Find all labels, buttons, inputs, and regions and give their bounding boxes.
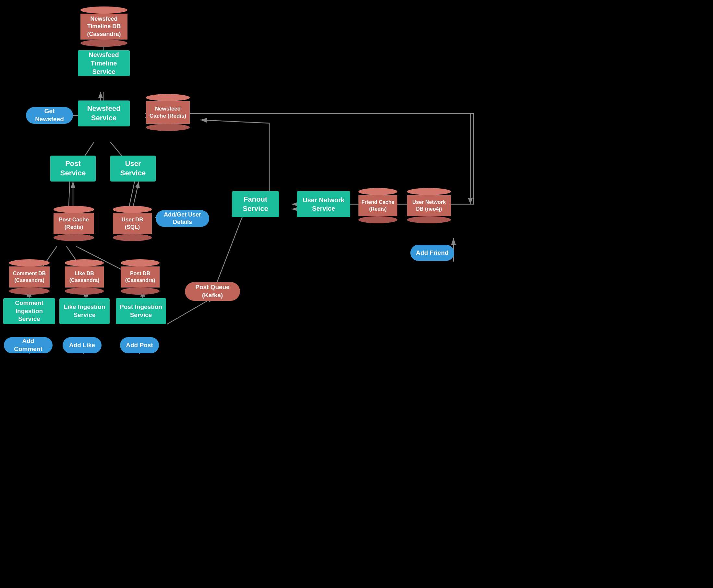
post-queue: Post Queue (Kafka) bbox=[185, 282, 240, 301]
newsfeed-service: Newsfeed Service bbox=[78, 101, 130, 126]
add-get-user-details-button[interactable]: Add/Get User Details bbox=[156, 210, 209, 227]
user-network-db: User Network DB (neo4j) bbox=[407, 188, 451, 223]
user-service: User Service bbox=[110, 155, 156, 182]
comment-ingestion-service: Comment Ingestion Service bbox=[3, 298, 55, 324]
user-network-service: User Network Service bbox=[297, 191, 350, 217]
friend-cache-db: Friend Cache (Redis) bbox=[359, 188, 398, 223]
newsfeed-timeline-db: Newsfeed Timeline DB (Cassandra) bbox=[80, 6, 127, 47]
diagram-container: Newsfeed Timeline DB (Cassandra) Newsfee… bbox=[0, 0, 713, 588]
get-newsfeed-button[interactable]: Get Newsfeed bbox=[26, 107, 73, 124]
post-db: Post DB (Cassandra) bbox=[121, 259, 160, 295]
like-ingestion-service: Like Ingestion Service bbox=[59, 298, 110, 324]
add-post-button[interactable]: Add Post bbox=[120, 337, 159, 353]
post-cache-db: Post Cache (Redis) bbox=[54, 206, 94, 241]
post-service: Post Service bbox=[50, 155, 96, 182]
user-db: User DB (SQL) bbox=[113, 206, 152, 241]
comment-db: Comment DB (Cassandra) bbox=[9, 259, 49, 295]
newsfeed-cache-db: Newsfeed Cache (Redis) bbox=[146, 94, 190, 131]
arrows-layer bbox=[0, 0, 713, 588]
add-like-button[interactable]: Add Like bbox=[63, 337, 102, 353]
svg-line-24 bbox=[213, 206, 246, 291]
fanout-service: Fanout Service bbox=[232, 191, 279, 217]
svg-line-23 bbox=[167, 297, 214, 324]
add-comment-button[interactable]: Add Comment bbox=[4, 337, 53, 353]
newsfeed-timeline-service: Newsfeed Timeline Service bbox=[78, 50, 130, 76]
add-friend-button[interactable]: Add Friend bbox=[410, 245, 454, 261]
like-db: Like DB (Cassandra) bbox=[65, 259, 104, 295]
post-ingestion-service: Post Ingestion Service bbox=[116, 298, 166, 324]
